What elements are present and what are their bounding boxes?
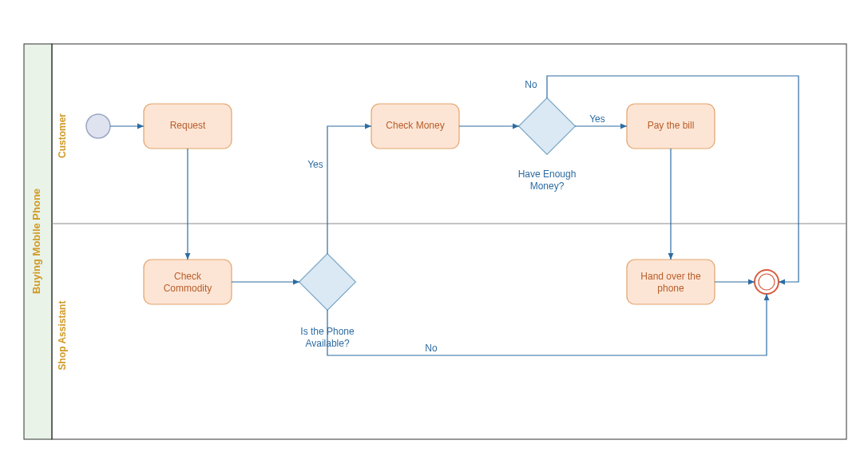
gateway-enough-money [519,98,576,155]
label-enoughmoney-no: No [525,79,537,90]
label-enoughmoney-yes: Yes [589,113,605,125]
svg-rect-1 [299,254,356,311]
bpmn-canvas: Buying Mobile Phone Customer Shop Assist… [0,0,868,468]
task-check-commodity-label-l2: Commodity [164,283,212,294]
gateway-enough-money-label-l2: Money? [530,180,565,192]
lane-title-assistant: Shop Assistant [57,301,68,371]
pool-body [52,44,846,439]
task-hand-over-label-l1: Hand over the [640,271,701,282]
lane-title-customer: Customer [57,113,68,158]
task-check-commodity-label-l1: Check [174,271,202,282]
task-pay-bill-label: Pay the bill [648,120,695,131]
label-phoneavail-no: No [425,343,438,354]
gateway-enough-money-label-l1: Have Enough [518,169,577,180]
task-hand-over-label-l2: phone [657,283,684,294]
task-request-label: Request [170,120,206,131]
label-phoneavail-yes: Yes [307,159,323,170]
gateway-phone-available [299,254,356,311]
svg-rect-0 [519,98,576,155]
task-check-money-label: Check Money [386,120,444,131]
pool-title: Buying Mobile Phone [30,188,42,294]
flow-phoneavail-yes [327,126,371,254]
bpmn-svg: Buying Mobile Phone Customer Shop Assist… [0,0,868,468]
start-event [86,114,110,138]
